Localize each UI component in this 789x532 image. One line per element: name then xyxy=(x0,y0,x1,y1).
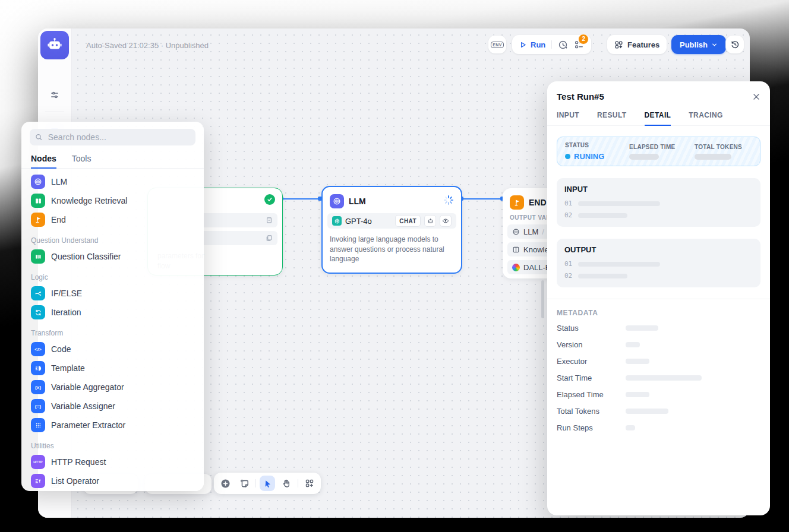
model-selector[interactable]: GPT-4o CHAT xyxy=(327,213,456,229)
search-icon xyxy=(35,133,43,141)
metadata-row-start-time: Start Time xyxy=(547,369,770,386)
metadata-row-elapsed-time: Elapsed Time xyxy=(547,386,770,403)
node-item-label: Parameter Extractor xyxy=(51,420,125,430)
search-input[interactable] xyxy=(47,132,190,142)
spinner-icon xyxy=(443,195,454,208)
sliders-icon[interactable] xyxy=(38,90,71,100)
llm-icon xyxy=(31,175,45,189)
output-card: OUTPUT 01 02 xyxy=(557,239,760,287)
node-item-if-else[interactable]: IF/ELSE xyxy=(21,284,204,303)
status-card: STATUS RUNING ELAPSED TIME TOTAL TOKENS xyxy=(557,137,760,166)
total-tokens-label: TOTAL TOKENS xyxy=(695,144,742,150)
node-item-question-classifier[interactable]: Question Classifier xyxy=(21,247,204,266)
book-mini-icon xyxy=(512,246,520,254)
line-number: 01 xyxy=(564,200,572,207)
checklist-icon[interactable]: 2 xyxy=(574,40,584,50)
metadata-row-version: Version xyxy=(547,336,770,353)
node-item-code[interactable]: </> Code xyxy=(21,340,204,359)
aggregator-icon: {x} xyxy=(31,380,45,394)
llm-mini-icon xyxy=(512,228,520,236)
value-skeleton xyxy=(626,342,640,347)
template-icon xyxy=(31,361,45,375)
elapsed-time-label: ELAPSED TIME xyxy=(629,144,695,150)
run-button[interactable]: Run xyxy=(519,40,545,49)
organize-icon xyxy=(305,479,314,488)
organize-nodes-button[interactable] xyxy=(302,476,317,491)
node-item-template[interactable]: Template xyxy=(21,359,204,378)
add-note-button[interactable] xyxy=(236,476,252,491)
success-check-icon xyxy=(264,194,275,205)
node-item-http-request[interactable]: HTTP HTTP Request xyxy=(21,452,204,471)
node-item-label: Knowledge Retrieval xyxy=(51,196,127,205)
tab-tools[interactable]: Tools xyxy=(72,151,91,168)
node-item-end[interactable]: End xyxy=(21,210,204,229)
autosave-status: Auto-Saved 21:02:35 · Unpublished xyxy=(86,41,209,50)
panel-title: Test Run#5 xyxy=(557,91,604,102)
value-skeleton xyxy=(626,392,649,397)
value-skeleton xyxy=(626,425,635,430)
metadata-label: METADATA xyxy=(547,299,770,319)
plus-circle-icon xyxy=(220,479,231,489)
tab-detail[interactable]: DETAIL xyxy=(645,107,671,125)
value-skeleton xyxy=(626,359,649,364)
add-node-button[interactable] xyxy=(217,476,233,491)
app-robot-icon[interactable] xyxy=(40,31,69,59)
play-icon xyxy=(519,41,527,49)
node-selector-panel: Nodes Tools LLM Knowledge Retrieval End … xyxy=(21,122,204,491)
node-item-llm[interactable]: LLM xyxy=(21,172,204,191)
history-button[interactable] xyxy=(726,36,744,53)
hand-tool-button[interactable] xyxy=(279,476,294,491)
tab-input[interactable]: INPUT xyxy=(557,107,579,125)
gpt4o-model-icon xyxy=(332,216,342,226)
search-input-wrap[interactable] xyxy=(30,129,195,145)
llm-node-description: Invoking large language models to answer… xyxy=(323,232,461,270)
publish-button[interactable]: Publish xyxy=(671,35,726,54)
node-item-label: Template xyxy=(51,363,85,373)
chevron-down-icon xyxy=(711,42,718,48)
value-skeleton xyxy=(626,375,702,381)
node-item-iteration[interactable]: Iteration xyxy=(21,303,204,322)
section-utilities: Utilities xyxy=(21,435,204,452)
document-icon xyxy=(266,217,273,224)
node-item-label: End xyxy=(51,215,66,224)
features-grid-icon xyxy=(614,40,623,49)
input-skeleton xyxy=(578,213,627,218)
node-item-label: Variable Aggregator xyxy=(51,382,124,392)
node-item-label: HTTP Request xyxy=(51,457,106,467)
edge-start-llm xyxy=(282,198,320,200)
node-item-parameter-extractor[interactable]: Parameter Extractor xyxy=(21,416,204,435)
section-question-understand: Question Understand xyxy=(21,229,204,247)
tab-tracing[interactable]: TRACING xyxy=(689,107,722,125)
features-button[interactable]: Features xyxy=(607,35,667,54)
section-logic: Logic xyxy=(21,266,204,284)
pointer-tool-button[interactable] xyxy=(260,476,275,491)
filter-icon xyxy=(31,474,45,488)
llm-node[interactable]: LLM GPT-4o CHAT Invoking large language … xyxy=(321,186,462,274)
node-item-list-operator[interactable]: List Operator xyxy=(21,471,204,490)
test-run-panel: Test Run#5 INPUT RESULT DETAIL TRACING S… xyxy=(547,81,770,515)
node-item-knowledge-retrieval[interactable]: Knowledge Retrieval xyxy=(21,191,204,210)
canvas-scrollbar[interactable] xyxy=(541,280,544,318)
line-number: 02 xyxy=(564,211,572,219)
edge-llm-end xyxy=(462,198,503,200)
toolbar-divider xyxy=(255,479,256,487)
value-skeleton xyxy=(626,325,658,331)
tab-nodes[interactable]: Nodes xyxy=(31,151,56,168)
run-timer-icon[interactable] xyxy=(558,40,568,50)
canvas-toolbar xyxy=(214,473,321,494)
output-label: OUTPUT xyxy=(564,245,753,254)
loop-icon xyxy=(31,305,45,319)
node-item-variable-assigner[interactable]: {=} Variable Assigner xyxy=(21,397,204,416)
node-item-label: Variable Assigner xyxy=(51,401,115,411)
node-item-label: LLM xyxy=(51,177,67,186)
tab-result[interactable]: RESULT xyxy=(597,107,627,125)
close-icon[interactable] xyxy=(752,93,760,101)
classifier-icon xyxy=(31,249,45,264)
output-skeleton xyxy=(578,274,627,278)
status-value: RUNING xyxy=(565,152,629,161)
env-button[interactable]: ENV xyxy=(488,36,506,53)
node-item-variable-aggregator[interactable]: {x} Variable Aggregator xyxy=(21,378,204,397)
metadata-row-status: Status xyxy=(547,319,770,336)
node-item-label: Code xyxy=(51,344,71,354)
node-panel-tabs: Nodes Tools xyxy=(21,151,204,169)
